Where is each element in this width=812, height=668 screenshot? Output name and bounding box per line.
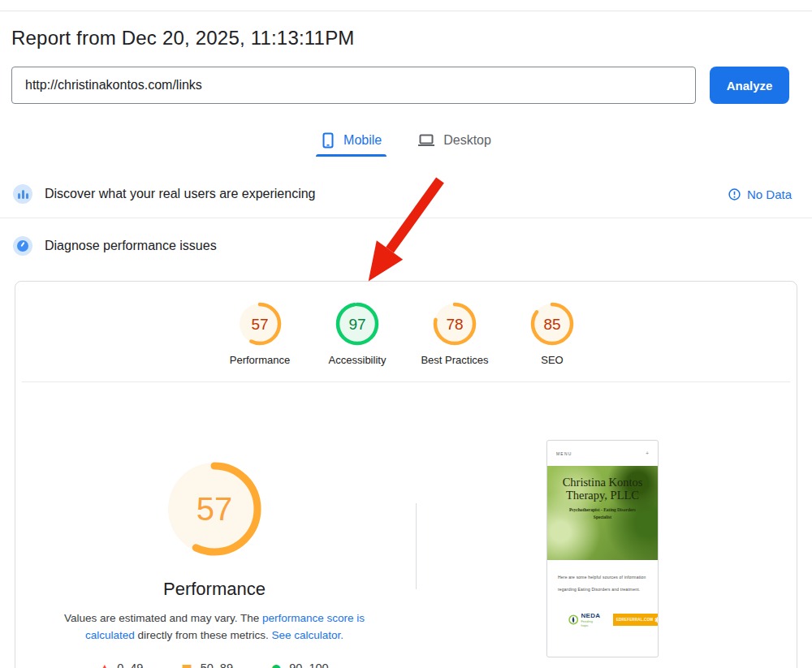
- tab-desktop-label: Desktop: [443, 133, 491, 148]
- thumbnail-site-title: Christina Kontos Therapy, PLLC: [562, 476, 643, 502]
- desktop-laptop-icon: [417, 133, 435, 148]
- legend-range-label: 90–100: [289, 662, 328, 668]
- performance-heading: Performance: [15, 579, 413, 600]
- see-calculator-link[interactable]: See calculator.: [272, 629, 344, 641]
- page-title: Report from Dec 20, 2025, 11:13:11PM: [11, 27, 801, 50]
- thumbnail-menu-label: MENU: [556, 451, 572, 456]
- thumbnail-hero-image: Christina Kontos Therapy, PLLC Psychothe…: [547, 466, 658, 560]
- performance-summary: 57 Performance Values are estimated and …: [15, 382, 413, 668]
- legend-range-fail: ▲ 0–49: [100, 662, 143, 668]
- gauge-performance[interactable]: 57 Performance: [223, 301, 296, 366]
- gauge-accessibility[interactable]: 97 Accessibility: [321, 301, 394, 366]
- red-triangle-icon: ▲: [100, 662, 109, 668]
- thumbnail-body-text: Here are some helpful sources of informa…: [558, 571, 647, 596]
- neda-logo: NEDA Feeding hope.: [568, 612, 601, 627]
- device-tabs: Mobile Desktop: [0, 132, 812, 155]
- active-tab-underline: [316, 154, 387, 157]
- header-divider: [0, 11, 812, 11]
- category-gauges: 57 Performance 97 Accessibility 78 Best …: [15, 301, 797, 366]
- gauge-label: Accessibility: [329, 354, 387, 366]
- big-score-value: 57: [197, 491, 233, 527]
- vertical-divider: [416, 503, 417, 589]
- score-value: 57: [251, 316, 268, 333]
- disclaimer-text: directly from these metrics.: [135, 629, 272, 641]
- gauge-label: SEO: [541, 354, 563, 366]
- legend-range-average: ■ 50–89: [181, 662, 233, 668]
- score-value: 78: [446, 316, 463, 333]
- neda-tagline: Feeding hope.: [581, 619, 600, 627]
- url-bar: Analyze: [11, 67, 789, 104]
- tab-desktop[interactable]: Desktop: [417, 132, 491, 155]
- gauge-label: Best Practices: [421, 354, 488, 366]
- lighthouse-report-card: 57 Performance 97 Accessibility 78 Best …: [15, 281, 797, 668]
- real-users-icon: [13, 184, 32, 204]
- analyze-button[interactable]: Analyze: [710, 67, 789, 104]
- no-data-label: No Data: [747, 187, 792, 201]
- thumbnail-site-subtitle: Psychotherapist - Eating Disorders Speci…: [566, 506, 639, 520]
- lab-data-section-header[interactable]: Diagnose performance issues: [0, 218, 812, 274]
- green-circle-icon: ●: [271, 662, 281, 668]
- edreferral-logo: EDREFERRAL.COM ✱: [613, 614, 659, 626]
- neda-logo-text: NEDA: [581, 612, 600, 619]
- url-input[interactable]: [11, 67, 696, 104]
- tab-mobile[interactable]: Mobile: [321, 132, 382, 155]
- no-data-status: No Data: [728, 187, 792, 201]
- lab-data-title: Diagnose performance issues: [45, 239, 217, 253]
- score-legend: ▲ 0–49 ■ 50–89 ● 90–100: [15, 662, 413, 668]
- diagnose-gauge-icon: [13, 236, 32, 256]
- score-value: 85: [543, 316, 560, 333]
- thumbnail-plus-icon: +: [646, 450, 649, 456]
- gauge-seo[interactable]: 85 SEO: [516, 301, 589, 366]
- info-icon: [728, 188, 741, 200]
- field-data-title: Discover what your real users are experi…: [45, 187, 315, 201]
- legend-range-good: ● 90–100: [271, 662, 329, 668]
- big-performance-gauge[interactable]: 57: [15, 460, 413, 558]
- gauge-best-practices[interactable]: 78 Best Practices: [418, 301, 491, 366]
- legend-range-label: 0–49: [117, 662, 143, 668]
- mobile-phone-icon: [321, 132, 335, 149]
- score-value: 97: [348, 316, 365, 333]
- gauge-label: Performance: [230, 354, 290, 366]
- score-disclaimer: Values are estimated and may vary. The p…: [52, 610, 377, 644]
- page-screenshot-thumbnail[interactable]: MENU + Christina Kontos Therapy, PLLC Ps…: [546, 440, 659, 657]
- tab-mobile-label: Mobile: [343, 133, 382, 148]
- performance-detail: 57 Performance Values are estimated and …: [15, 382, 797, 668]
- edreferral-logo-text: EDREFERRAL.COM: [616, 618, 653, 622]
- field-data-section-header[interactable]: Discover what your real users are experi…: [0, 170, 812, 218]
- orange-square-icon: ■: [181, 662, 192, 668]
- disclaimer-text: Values are estimated and may vary. The: [64, 612, 262, 624]
- legend-range-label: 50–89: [201, 662, 233, 668]
